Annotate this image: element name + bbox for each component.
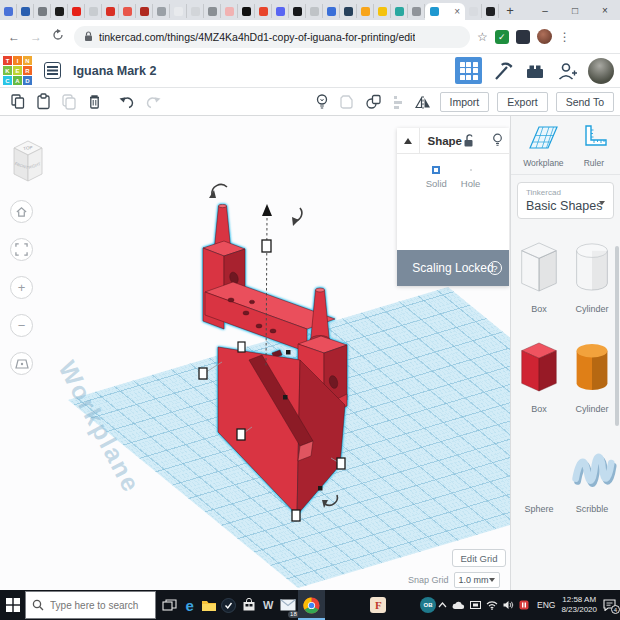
- start-button[interactable]: [0, 590, 25, 620]
- browser-tab[interactable]: [272, 4, 289, 18]
- bookmark-star-icon[interactable]: ☆: [477, 30, 488, 44]
- mirror-icon[interactable]: [414, 94, 432, 110]
- browser-tab[interactable]: [68, 4, 85, 18]
- fit-view-button[interactable]: [10, 238, 33, 261]
- browser-profile-avatar[interactable]: [537, 29, 552, 44]
- top-scale-handle[interactable]: [262, 240, 271, 252]
- browser-tab[interactable]: [391, 4, 408, 18]
- new-tab-button[interactable]: +: [499, 0, 521, 20]
- tray-display-icon[interactable]: [470, 601, 481, 610]
- browser-tab[interactable]: [374, 4, 391, 18]
- viewport-3d[interactable]: Workplane: [0, 116, 510, 590]
- sidebar-scrollbar[interactable]: [615, 246, 619, 426]
- tab-close-icon[interactable]: ×: [454, 7, 460, 17]
- copy-icon[interactable]: [10, 93, 26, 110]
- invite-person-icon[interactable]: [556, 60, 578, 82]
- browser-tab[interactable]: [85, 4, 102, 18]
- f-app-icon[interactable]: F: [369, 590, 389, 620]
- view-cube[interactable]: TOP FRONT RIGHT: [6, 136, 50, 186]
- window-close-button[interactable]: ×: [590, 0, 620, 20]
- extension-dark-icon[interactable]: [516, 30, 530, 44]
- delete-icon[interactable]: [87, 93, 102, 110]
- gallery-item-sphere-blue[interactable]: Sphere: [514, 436, 564, 514]
- snap-grid-select[interactable]: 1.0 mm: [454, 572, 500, 588]
- lock-icon[interactable]: [462, 133, 475, 148]
- browser-tab[interactable]: [119, 4, 136, 18]
- browser-tab[interactable]: [0, 4, 17, 18]
- user-avatar[interactable]: [588, 58, 614, 84]
- browser-tab[interactable]: [289, 4, 306, 18]
- action-center-icon[interactable]: 4: [603, 599, 616, 611]
- browser-tab[interactable]: [102, 4, 119, 18]
- extension-check-icon[interactable]: ✓: [495, 30, 509, 44]
- obs-app-icon[interactable]: OB: [418, 590, 438, 620]
- pickaxe-icon[interactable]: [492, 60, 514, 82]
- language-indicator[interactable]: ENG: [537, 600, 555, 610]
- zoom-in-button[interactable]: +: [10, 276, 33, 299]
- browser-tab[interactable]: [170, 4, 187, 18]
- design-menu-icon[interactable]: [44, 62, 61, 79]
- brick-icon[interactable]: [524, 60, 546, 82]
- browser-tab[interactable]: [323, 4, 340, 18]
- help-icon[interactable]: ?: [488, 261, 502, 275]
- browser-tab[interactable]: [482, 4, 499, 18]
- gallery-item-cylinder-transparent[interactable]: Cylinder: [567, 236, 617, 314]
- browser-tab[interactable]: [357, 4, 374, 18]
- browser-tab-active[interactable]: ×: [425, 3, 465, 20]
- home-view-button[interactable]: [10, 200, 33, 223]
- design-title[interactable]: Iguana Mark 2: [73, 64, 156, 78]
- browser-tab[interactable]: [465, 4, 482, 18]
- recording-tray-icon[interactable]: [519, 600, 529, 610]
- scale-height-cone-handle[interactable]: [262, 204, 272, 216]
- browser-tab[interactable]: [136, 4, 153, 18]
- refresh-button[interactable]: [50, 29, 66, 44]
- group-shapes-icon[interactable]: [365, 93, 382, 110]
- taskbar-search[interactable]: [25, 591, 156, 619]
- browser-tab[interactable]: [306, 4, 323, 18]
- w-app-icon[interactable]: W: [258, 590, 278, 620]
- volume-icon[interactable]: [503, 600, 514, 610]
- task-view-icon[interactable]: [160, 590, 180, 620]
- send-to-button[interactable]: Send To: [556, 92, 614, 112]
- perspective-toggle-button[interactable]: [10, 352, 33, 375]
- file-explorer-icon[interactable]: [199, 590, 219, 620]
- browser-tab[interactable]: [204, 4, 221, 18]
- gallery-item-scribble[interactable]: Scribble: [567, 436, 617, 514]
- browser-tab[interactable]: [34, 4, 51, 18]
- browser-tab[interactable]: [255, 4, 272, 18]
- solid-swatch[interactable]: Solid: [426, 170, 447, 250]
- browser-tab[interactable]: [17, 4, 34, 18]
- workplane-tool[interactable]: Workplane: [523, 124, 563, 168]
- wifi-icon[interactable]: [486, 601, 498, 610]
- import-button[interactable]: Import: [440, 92, 490, 112]
- gallery-item-box-red[interactable]: Box: [514, 336, 564, 414]
- browser-tab[interactable]: [187, 4, 204, 18]
- browser-tab[interactable]: [51, 4, 68, 18]
- edge-icon[interactable]: e: [180, 590, 200, 620]
- zoom-out-button[interactable]: −: [10, 314, 33, 337]
- window-maximize-button[interactable]: □: [560, 0, 590, 20]
- browser-tab[interactable]: [153, 4, 170, 18]
- window-minimize-button[interactable]: –: [530, 0, 560, 20]
- onedrive-cloud-icon[interactable]: [452, 601, 465, 610]
- url-field[interactable]: tinkercad.com/things/4MZ4Ka4hDd1-copy-of…: [74, 26, 470, 48]
- chrome-icon-active[interactable]: [298, 590, 325, 620]
- microsoft-store-icon[interactable]: [239, 590, 259, 620]
- browser-menu-icon[interactable]: ⋮: [559, 30, 571, 44]
- browser-tab[interactable]: [238, 4, 255, 18]
- check-circle-app-icon[interactable]: [219, 590, 239, 620]
- visibility-bulb-icon[interactable]: [492, 133, 503, 148]
- gallery-item-cylinder-orange[interactable]: Cylinder: [567, 336, 617, 414]
- tinkercad-logo[interactable]: TINKERCAD: [3, 56, 32, 85]
- edit-grid-button[interactable]: Edit Grid: [452, 549, 506, 567]
- hidden-icons-chevron[interactable]: [438, 602, 447, 608]
- shape-library-dropdown[interactable]: Tinkercad Basic Shapes: [517, 182, 614, 219]
- undo-icon[interactable]: [118, 94, 135, 109]
- show-all-bulb-icon[interactable]: [315, 93, 329, 111]
- mail-icon[interactable]: 18: [278, 590, 298, 620]
- browser-tab[interactable]: [221, 4, 238, 18]
- back-button[interactable]: ←: [6, 30, 22, 44]
- paste-icon[interactable]: [36, 93, 51, 110]
- export-button[interactable]: Export: [497, 92, 547, 112]
- taskbar-clock[interactable]: 12:58 AM 8/23/2020: [561, 595, 597, 616]
